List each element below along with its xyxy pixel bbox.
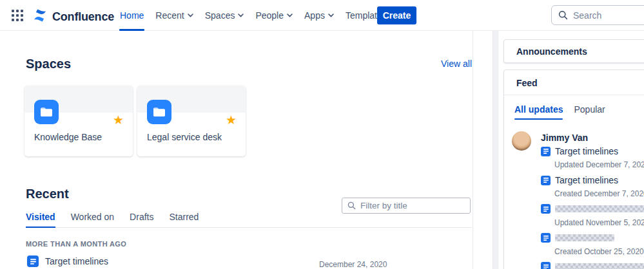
feed-item-title: Target timelines [555, 175, 618, 185]
feed-author-name: Jimmy Van [541, 133, 588, 143]
create-button[interactable]: Create [377, 6, 416, 24]
space-folder-icon [147, 100, 171, 124]
recent-item-date: December 24, 2020 [319, 260, 387, 269]
announcements-title: Announcements [516, 46, 587, 57]
feed-item[interactable] [541, 262, 644, 269]
feed-item-meta: Created October 25, 2020 [554, 247, 644, 256]
nav-item-people[interactable]: People [255, 0, 293, 31]
avatar[interactable] [512, 131, 531, 151]
page-icon [541, 147, 551, 156]
main-content: Spaces View all ★ Knowledge Base [0, 31, 493, 269]
feed-item-title: Target timelines [555, 146, 618, 156]
space-card-name: Legal service desk [147, 132, 222, 142]
recent-list-item[interactable]: Target timelines [27, 255, 108, 267]
view-all-spaces-link[interactable]: View all [441, 59, 472, 69]
right-sidebar: Announcements Feed All updates Popular J… [499, 31, 644, 269]
feed-item-meta: Updated November 5, 2020 ( [554, 218, 644, 227]
confluence-home-page: Confluence Home Recent Spaces People App… [0, 0, 644, 269]
space-card-legal-service-desk[interactable]: ★ Legal service desk [137, 86, 246, 156]
recent-item-title: Target timelines [45, 256, 108, 266]
nav-item-home[interactable]: Home [119, 0, 144, 31]
nav-item-recent[interactable]: Recent [155, 0, 193, 31]
tab-worked-on[interactable]: Worked on [71, 212, 114, 227]
tab-all-updates[interactable]: All updates [514, 104, 563, 120]
nav-item-spaces[interactable]: Spaces [204, 0, 245, 31]
feed-tabs: All updates Popular [504, 95, 644, 120]
recent-heading: Recent [26, 187, 69, 201]
search-icon [558, 10, 568, 20]
redacted-title [555, 205, 644, 212]
app-switcher-icon[interactable] [12, 10, 23, 21]
chevron-down-icon [328, 14, 334, 17]
feed-item-meta: Updated December 7, 2020 (v [554, 160, 644, 169]
search-input[interactable] [573, 10, 644, 21]
chevron-down-icon [188, 14, 193, 17]
panel-divider [493, 31, 498, 269]
star-icon[interactable]: ★ [113, 114, 124, 126]
page-icon [27, 255, 39, 267]
announcements-card[interactable]: Announcements [503, 39, 644, 63]
confluence-logo-icon [32, 8, 48, 26]
page-icon [541, 262, 551, 269]
global-search[interactable] [551, 5, 644, 25]
redacted-title [555, 263, 644, 269]
tab-visited[interactable]: Visited [26, 212, 55, 227]
feed-item[interactable]: Target timelines [541, 146, 618, 156]
space-card-knowledge-base[interactable]: ★ Knowledge Base [24, 86, 133, 156]
tab-popular[interactable]: Popular [574, 104, 605, 120]
page-icon [541, 204, 551, 214]
feed-item[interactable] [541, 233, 614, 243]
page-icon [541, 176, 551, 185]
star-icon[interactable]: ★ [226, 114, 237, 126]
confluence-logo-text: Confluence [52, 10, 114, 24]
space-card-name: Knowledge Base [34, 132, 102, 142]
space-cards-row: ★ Knowledge Base ★ Legal service desk [24, 86, 246, 156]
search-icon [347, 201, 356, 210]
tab-starred[interactable]: Starred [169, 212, 199, 227]
chevron-down-icon [287, 14, 293, 17]
feed-item[interactable]: Target timelines [541, 175, 618, 185]
nav-item-apps[interactable]: Apps [304, 0, 335, 31]
feed-item-meta: Created December 7, 2020 [554, 189, 644, 198]
chevron-down-icon [238, 14, 244, 17]
space-folder-icon [34, 100, 59, 124]
top-navigation-bar: Confluence Home Recent Spaces People App… [0, 0, 644, 31]
content-right-divider [473, 31, 473, 269]
confluence-logo[interactable]: Confluence [32, 8, 114, 26]
filter-by-title-input[interactable] [360, 201, 451, 210]
feed-title: Feed [516, 78, 538, 88]
tab-drafts[interactable]: Drafts [130, 212, 153, 227]
recent-group-label: MORE THAN A MONTH AGO [26, 240, 126, 248]
feed-card: Feed All updates Popular Jimmy Van Targe… [503, 70, 644, 269]
spaces-heading: Spaces [26, 57, 71, 71]
primary-nav: Home Recent Spaces People Apps Templates [119, 0, 387, 31]
feed-item[interactable] [541, 204, 644, 214]
redacted-title [555, 234, 614, 241]
page-icon [541, 233, 551, 243]
recent-tabs: Visited Worked on Drafts Starred [26, 212, 472, 228]
feed-title-row: Feed [504, 70, 644, 95]
